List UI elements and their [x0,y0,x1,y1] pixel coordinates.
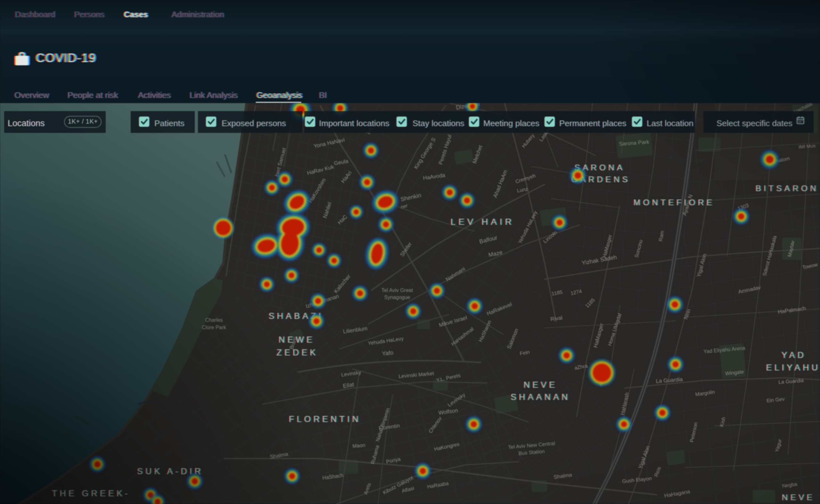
svg-text:Tel Aviv Great: Tel Aviv Great [381,288,413,293]
svg-text:SHAANAN: SHAANAN [511,392,571,402]
svg-text:THE GREEK-: THE GREEK- [52,489,130,498]
svg-text:NEWE: NEWE [279,335,315,345]
svg-text:Synagogue: Synagogue [384,295,410,300]
svg-text:NEVE: NEVE [782,492,815,502]
svg-text:MONTEFIORE: MONTEFIORE [633,198,714,207]
svg-text:ELIYAHU: ELIYAHU [766,363,820,372]
svg-text:BITSARON: BITSARON [756,183,819,193]
svg-text:ZEDEK: ZEDEK [276,348,318,357]
svg-text:Maon: Maon [352,442,365,449]
svg-text:YAD: YAD [781,350,806,360]
svg-text:Yafo: Yafo [382,349,394,357]
svg-text:FLORENTIN: FLORENTIN [288,414,361,424]
svg-text:Charles: Charles [205,317,223,323]
svg-text:NEVE: NEVE [524,380,557,390]
svg-text:Clore Park: Clore Park [202,325,226,330]
svg-text:LEV HAIR: LEV HAIR [451,217,515,227]
